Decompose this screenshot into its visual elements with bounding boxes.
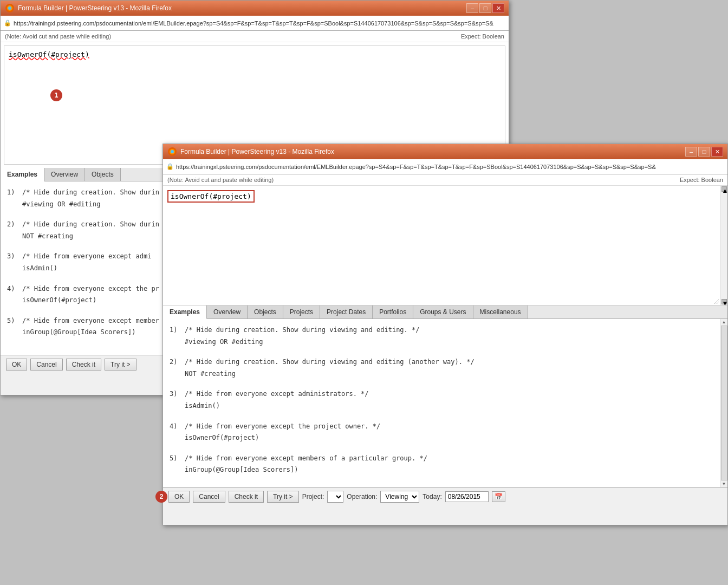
window2-formula-container: isOwnerOf(#project) .formula-box-text { … bbox=[163, 186, 727, 306]
example-code: /* Hide from everyone except member inGr… bbox=[22, 315, 159, 339]
tab-project-dates-w2[interactable]: Project Dates bbox=[320, 306, 373, 318]
window2-content: (Note: Avoid cut and paste while editing… bbox=[163, 174, 727, 506]
window2-addressbar: 🔒 https://trainingxl.psteering.com/psdoc… bbox=[163, 159, 727, 174]
tab-portfolios-w2[interactable]: Portfolios bbox=[373, 306, 413, 318]
example-code: /* Hide during creation. Show durin #vie… bbox=[22, 187, 159, 210]
example-num: 2) bbox=[7, 219, 18, 242]
list-item: 3) /* Hide from everyone except administ… bbox=[170, 388, 719, 412]
window1-titlebar: Formula Builder | PowerSteering v13 - Mo… bbox=[1, 1, 509, 16]
lock-icon-2: 🔒 bbox=[166, 163, 174, 170]
try-button-w2[interactable]: Try it > bbox=[267, 491, 299, 503]
operation-label: Operation: bbox=[347, 493, 377, 500]
examples-scrollbar[interactable]: ▲ ▼ bbox=[720, 319, 727, 487]
close-button-2[interactable]: ✕ bbox=[711, 147, 723, 157]
window2-toolbar: 2 OK Cancel Check it Try it > Project: O… bbox=[163, 487, 727, 506]
close-button[interactable]: ✕ bbox=[492, 3, 504, 13]
example-num: 1) bbox=[170, 324, 180, 348]
scroll-down-arrow[interactable]: ▼ bbox=[722, 299, 727, 304]
window1-formula: isOwnerOf(#project) bbox=[9, 50, 89, 58]
svg-line-6 bbox=[714, 300, 719, 304]
window1-url: https://trainingxl.psteering.com/psdocum… bbox=[14, 20, 493, 27]
ok-button-w1[interactable]: OK bbox=[6, 359, 27, 370]
window2-titlebar: Formula Builder | PowerSteering v13 - Mo… bbox=[163, 144, 727, 159]
operation-select[interactable]: Viewing bbox=[380, 491, 419, 503]
badge-2: 2 bbox=[155, 491, 167, 503]
project-label: Project: bbox=[302, 493, 324, 500]
window2-expect: Expect: Boolean bbox=[680, 177, 723, 183]
svg-point-2 bbox=[8, 6, 11, 10]
window2-formula-area[interactable]: isOwnerOf(#project) .formula-box-text { … bbox=[163, 186, 727, 305]
example-num: 1) bbox=[7, 187, 18, 210]
maximize-button[interactable]: □ bbox=[479, 3, 491, 13]
example-code: /* Hide from everyone except members of … bbox=[185, 453, 427, 476]
scroll-up-arrow[interactable]: ▲ bbox=[722, 186, 727, 192]
tab-examples-w2[interactable]: Examples bbox=[163, 306, 207, 319]
window2-examples: 1) /* Hide during creation. Show during … bbox=[163, 319, 727, 487]
tab-projects-w2[interactable]: Projects bbox=[283, 306, 320, 318]
window2-examples-wrapper: 1) /* Hide during creation. Show during … bbox=[163, 319, 727, 487]
tab-examples-w1[interactable]: Examples bbox=[1, 168, 44, 181]
list-item: 2) /* Hide during creation. Show during … bbox=[170, 356, 719, 380]
tab-overview-w2[interactable]: Overview bbox=[207, 306, 248, 318]
window1-notebar: (Note: Avoid cut and paste while editing… bbox=[1, 31, 509, 42]
window1-controls: – □ ✕ bbox=[466, 3, 504, 13]
example-code: /* Hide from everyone except admi isAdmi… bbox=[22, 251, 151, 274]
example-code: /* Hide during creation. Show durin NOT … bbox=[22, 219, 159, 242]
tab-miscellaneous-w2[interactable]: Miscellaneous bbox=[473, 306, 528, 318]
svg-line-7 bbox=[717, 302, 719, 304]
scroll-thumb[interactable] bbox=[721, 326, 727, 480]
check-button-w1[interactable]: Check it bbox=[66, 359, 101, 370]
firefox-icon bbox=[5, 3, 15, 13]
window1-note: (Note: Avoid cut and paste while editing… bbox=[5, 33, 111, 40]
titlebar-left: Formula Builder | PowerSteering v13 - Mo… bbox=[5, 3, 172, 13]
project-select[interactable] bbox=[327, 491, 343, 503]
lock-icon: 🔒 bbox=[4, 20, 11, 27]
window1-expect: Expect: Boolean bbox=[461, 33, 504, 40]
example-code: /* Hide from everyone except the pr isOw… bbox=[22, 283, 159, 307]
cancel-button-w2[interactable]: Cancel bbox=[193, 491, 225, 503]
maximize-button-2[interactable]: □ bbox=[698, 147, 710, 157]
window2-controls: – □ ✕ bbox=[685, 147, 723, 157]
window2-url: https://trainingxl.psteering.com/psdocum… bbox=[176, 164, 656, 170]
check-button-w2[interactable]: Check it bbox=[229, 491, 264, 503]
minimize-button-2[interactable]: – bbox=[685, 147, 697, 157]
today-label: Today: bbox=[422, 493, 441, 500]
example-code: /* Hide during creation. Show during vie… bbox=[185, 324, 419, 348]
minimize-button[interactable]: – bbox=[466, 3, 478, 13]
example-num: 3) bbox=[7, 251, 18, 274]
cancel-button-w1[interactable]: Cancel bbox=[30, 359, 62, 370]
example-code: /* Hide from everyone except the project… bbox=[185, 421, 380, 444]
calendar-button[interactable]: 📅 bbox=[492, 491, 505, 502]
window1-addressbar: 🔒 https://trainingxl.psteering.com/psdoc… bbox=[1, 16, 509, 31]
tab-objects-w2[interactable]: Objects bbox=[248, 306, 283, 318]
list-item: 4) /* Hide from everyone except the proj… bbox=[170, 421, 719, 444]
resize-handle-2[interactable] bbox=[712, 297, 719, 304]
scroll-up[interactable]: ▲ bbox=[722, 320, 726, 324]
example-num: 3) bbox=[170, 388, 180, 412]
badge-1: 1 bbox=[50, 89, 62, 101]
tab-objects-w1[interactable]: Objects bbox=[85, 168, 121, 181]
example-code: /* Hide from everyone except administrat… bbox=[185, 388, 369, 412]
window2: Formula Builder | PowerSteering v13 - Mo… bbox=[162, 144, 728, 525]
tab-overview-w1[interactable]: Overview bbox=[44, 168, 85, 181]
window2-tabs: Examples Overview Objects Projects Proje… bbox=[163, 306, 727, 319]
example-num: 4) bbox=[170, 421, 180, 444]
today-input[interactable] bbox=[445, 491, 489, 502]
tab-groups-users-w2[interactable]: Groups & Users bbox=[413, 306, 473, 318]
example-num: 5) bbox=[7, 315, 18, 339]
try-button-w1[interactable]: Try it > bbox=[105, 359, 136, 370]
list-item: 1) /* Hide during creation. Show during … bbox=[170, 324, 719, 348]
window1-title: Formula Builder | PowerSteering v13 - Mo… bbox=[18, 4, 172, 12]
example-code: /* Hide during creation. Show during vie… bbox=[185, 356, 474, 380]
example-num: 4) bbox=[7, 283, 18, 307]
scroll-down[interactable]: ▼ bbox=[722, 482, 726, 486]
window2-formula: isOwnerOf(#project) bbox=[167, 190, 255, 203]
example-num: 5) bbox=[170, 453, 180, 476]
firefox-icon-2 bbox=[167, 147, 177, 157]
ok-button-w2[interactable]: OK bbox=[168, 491, 190, 503]
example-num: 2) bbox=[170, 356, 180, 380]
scrollbar-vertical[interactable]: ▲ ▼ bbox=[720, 186, 727, 305]
titlebar-left-2: Formula Builder | PowerSteering v13 - Mo… bbox=[167, 147, 334, 157]
window2-title: Formula Builder | PowerSteering v13 - Mo… bbox=[180, 148, 334, 155]
list-item: 5) /* Hide from everyone except members … bbox=[170, 453, 719, 476]
